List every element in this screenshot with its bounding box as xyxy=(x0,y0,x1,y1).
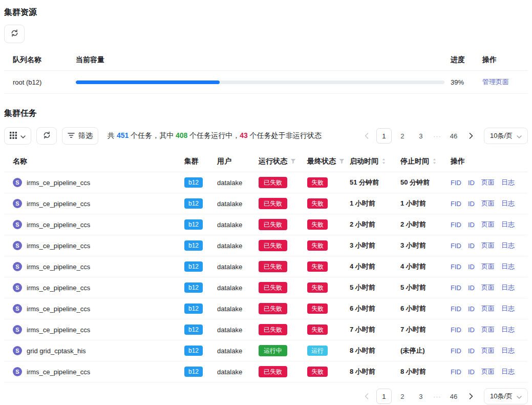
fid-link[interactable]: FID xyxy=(451,368,461,376)
id-link[interactable]: ID xyxy=(468,179,475,187)
run-status-badge: 已失败 xyxy=(259,177,287,188)
fid-link[interactable]: FID xyxy=(451,221,461,229)
page-button-2[interactable]: 2 xyxy=(395,389,410,404)
fid-link[interactable]: FID xyxy=(451,200,461,208)
start-time: 1 小时前 xyxy=(346,199,396,208)
id-link[interactable]: ID xyxy=(468,305,475,313)
spark-avatar-icon: S xyxy=(13,367,22,376)
table-row: S irms_ce_pipeline_ccs b12 datalake 已失败 … xyxy=(4,256,528,277)
log-link[interactable]: 日志 xyxy=(501,325,515,334)
fid-link[interactable]: FID xyxy=(451,326,461,334)
spark-avatar-icon: S xyxy=(13,262,22,271)
fid-link[interactable]: FID xyxy=(451,347,461,355)
log-link[interactable]: 日志 xyxy=(501,220,515,229)
start-time: 8 小时前 xyxy=(346,346,396,355)
spark-avatar-icon: S xyxy=(13,283,22,292)
final-status-badge: 失败 xyxy=(307,303,328,314)
log-link[interactable]: 日志 xyxy=(501,199,515,208)
page-link[interactable]: 页面 xyxy=(481,325,495,334)
page-button-1[interactable]: 1 xyxy=(376,389,392,404)
bottom-pagination-bar: 1 2 3 ··· 46 10条/页 xyxy=(4,388,528,404)
fid-link[interactable]: FID xyxy=(451,179,461,187)
log-link[interactable]: 日志 xyxy=(501,283,515,292)
actions-cell: FID ID 页面 日志 xyxy=(448,262,528,271)
id-link[interactable]: ID xyxy=(468,263,475,271)
id-link[interactable]: ID xyxy=(468,284,475,292)
final-status-badge: 失败 xyxy=(307,261,328,272)
page-size-select[interactable]: 10条/页 xyxy=(484,128,528,144)
cluster-badge: b12 xyxy=(184,325,203,335)
start-time: 8 小时前 xyxy=(346,367,396,376)
column-settings-button[interactable] xyxy=(4,127,31,145)
id-link[interactable]: ID xyxy=(468,221,475,229)
stop-time-header[interactable]: 停止时间 xyxy=(396,157,448,166)
page-link[interactable]: 页面 xyxy=(481,178,495,187)
page-link[interactable]: 页面 xyxy=(481,199,495,208)
refresh-resources-button[interactable] xyxy=(4,25,25,43)
run-status-cell: 已失败 xyxy=(254,261,303,272)
fid-link[interactable]: FID xyxy=(451,263,461,271)
user-header: 用户 xyxy=(213,157,254,166)
resources-table-header: 队列名称 当前容量 进度 操作 xyxy=(4,49,528,71)
page-link[interactable]: 页面 xyxy=(481,220,495,229)
page-link[interactable]: 页面 xyxy=(481,262,495,271)
fid-link[interactable]: FID xyxy=(451,305,461,313)
page-link[interactable]: 页面 xyxy=(481,241,495,250)
stop-time: 8 小时前 xyxy=(396,367,448,376)
log-link[interactable]: 日志 xyxy=(501,346,515,355)
next-page-button[interactable] xyxy=(464,129,478,143)
id-link[interactable]: ID xyxy=(468,368,475,376)
manage-page-link[interactable]: 管理页面 xyxy=(482,77,509,87)
page-button-1[interactable]: 1 xyxy=(376,128,392,144)
page-link[interactable]: 页面 xyxy=(481,283,495,292)
prev-page-button[interactable] xyxy=(360,389,373,403)
start-time-header[interactable]: 启动时间 xyxy=(346,157,396,166)
id-link[interactable]: ID xyxy=(468,242,475,250)
filter-funnel-icon[interactable] xyxy=(290,158,296,164)
filter-lines-icon xyxy=(68,132,75,140)
user-name: datalake xyxy=(217,263,242,271)
id-link[interactable]: ID xyxy=(468,200,475,208)
refresh-tasks-button[interactable] xyxy=(36,127,57,145)
log-link[interactable]: 日志 xyxy=(501,262,515,271)
actions-cell: FID ID 页面 日志 xyxy=(448,325,528,334)
page-ellipsis[interactable]: ··· xyxy=(432,132,443,140)
log-link[interactable]: 日志 xyxy=(501,178,515,187)
user-cell: datalake xyxy=(213,284,254,292)
id-link[interactable]: ID xyxy=(468,326,475,334)
table-row: S irms_ce_pipeline_ccs b12 datalake 已失败 … xyxy=(4,277,528,298)
filter-button[interactable]: 筛选 xyxy=(62,127,98,145)
page-size-select[interactable]: 10条/页 xyxy=(484,388,528,404)
summary-text: 个任务运行中， xyxy=(187,131,240,139)
log-link[interactable]: 日志 xyxy=(501,304,515,313)
cluster-badge: b12 xyxy=(184,240,203,251)
page-button-3[interactable]: 3 xyxy=(413,389,429,404)
resources-toolbar xyxy=(4,25,528,43)
log-link[interactable]: 日志 xyxy=(501,367,515,376)
prev-page-button[interactable] xyxy=(360,129,373,143)
name-header: 名称 xyxy=(4,157,180,166)
page-link[interactable]: 页面 xyxy=(481,346,495,355)
page-button-3[interactable]: 3 xyxy=(413,128,429,144)
filter-funnel-icon[interactable] xyxy=(339,158,345,164)
next-page-button[interactable] xyxy=(464,389,478,403)
page-button-2[interactable]: 2 xyxy=(395,128,410,144)
start-time: 5 小时前 xyxy=(346,283,396,292)
user-cell: datalake xyxy=(213,326,254,334)
summary-text: 共 xyxy=(108,131,117,139)
page-button-46[interactable]: 46 xyxy=(446,128,461,144)
queue-name-header: 队列名称 xyxy=(4,55,76,65)
id-link[interactable]: ID xyxy=(468,347,475,355)
fid-link[interactable]: FID xyxy=(451,284,461,292)
task-name: irms_ce_pipeline_ccs xyxy=(27,221,90,229)
page-link[interactable]: 页面 xyxy=(481,304,495,313)
page-link[interactable]: 页面 xyxy=(481,367,495,376)
fid-link[interactable]: FID xyxy=(451,242,461,250)
cluster-cell: b12 xyxy=(180,325,213,335)
log-link[interactable]: 日志 xyxy=(501,241,515,250)
sort-carets-icon xyxy=(432,158,437,165)
run-status-cell: 已失败 xyxy=(254,240,303,251)
page-button-46[interactable]: 46 xyxy=(446,389,461,404)
task-name: irms_ce_pipeline_ccs xyxy=(27,179,90,187)
page-ellipsis[interactable]: ··· xyxy=(432,393,443,400)
